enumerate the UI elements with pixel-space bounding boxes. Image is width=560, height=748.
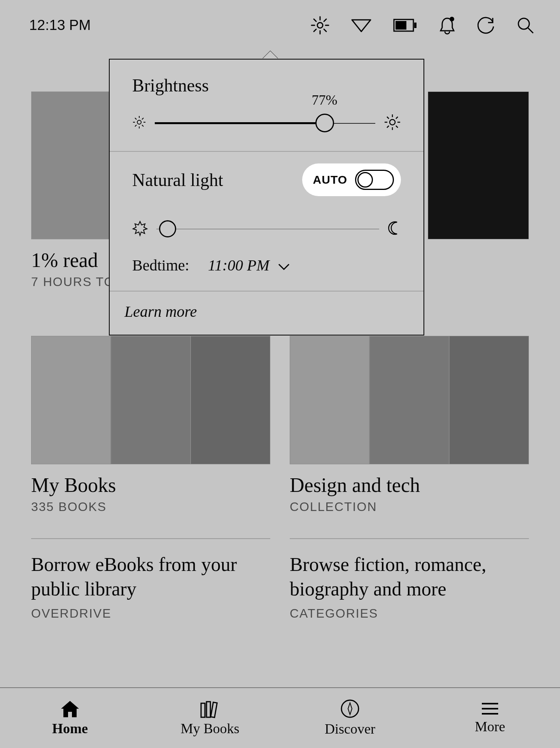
tab-discover[interactable]: Discover <box>280 688 420 748</box>
svg-rect-16 <box>206 702 210 717</box>
svg-line-14 <box>528 28 533 33</box>
wifi-icon[interactable] <box>350 18 372 33</box>
book-cover <box>111 336 191 464</box>
natural-light-slider[interactable] <box>156 217 379 241</box>
svg-rect-10 <box>414 23 416 28</box>
svg-rect-11 <box>396 21 406 30</box>
book-cover <box>449 336 529 464</box>
learn-more-link[interactable]: Learn more <box>110 291 424 335</box>
sun-outline-icon <box>132 220 148 237</box>
svg-line-7 <box>314 29 316 32</box>
brightness-title: Brightness <box>132 75 401 96</box>
section-subtitle: 335 BOOKS <box>31 500 270 514</box>
status-icons <box>311 16 535 35</box>
link-title: Borrow eBooks from your public library <box>31 552 270 601</box>
book-cover <box>31 336 111 464</box>
categories-link[interactable]: Browse fiction, romance, biography and m… <box>290 514 529 621</box>
tab-label: Discover <box>325 721 375 737</box>
switch-knob <box>357 172 373 188</box>
tab-bar: Home My Books Discover More <box>0 687 560 748</box>
natural-light-section: Natural light AUTO <box>110 152 424 291</box>
learn-more-label: Learn more <box>124 303 197 320</box>
brightness-value: 77% <box>312 92 338 108</box>
bedtime-picker[interactable]: 11:00 PM <box>208 256 290 274</box>
search-icon[interactable] <box>516 16 535 35</box>
svg-line-6 <box>324 29 326 32</box>
svg-line-38 <box>387 126 389 128</box>
section-title: Design and tech <box>290 474 529 497</box>
tab-label: More <box>475 718 505 735</box>
section-subtitle: COLLECTION <box>290 500 529 514</box>
home-icon <box>60 699 80 718</box>
sync-icon[interactable] <box>477 16 495 34</box>
books-icon <box>199 699 221 718</box>
link-title: Browse fiction, romance, biography and m… <box>290 552 529 601</box>
svg-marker-40 <box>133 221 147 235</box>
natural-light-title: Natural light <box>132 170 223 190</box>
svg-line-29 <box>135 125 136 126</box>
bedtime-value: 11:00 PM <box>208 256 270 274</box>
battery-icon[interactable] <box>393 19 417 32</box>
auto-label: AUTO <box>313 173 347 186</box>
compass-icon <box>340 699 360 718</box>
sun-low-icon <box>132 115 146 131</box>
svg-point-12 <box>450 17 454 21</box>
brightness-popover: Brightness 77% Natural light <box>109 51 424 335</box>
link-subtitle: OVERDRIVE <box>31 606 270 621</box>
tab-label: My Books <box>180 720 239 737</box>
overdrive-link[interactable]: Borrow eBooks from your public library O… <box>31 514 270 621</box>
moon-icon <box>388 221 401 237</box>
svg-line-27 <box>135 118 136 119</box>
link-subtitle: CATEGORIES <box>290 606 529 621</box>
sun-high-icon <box>384 114 401 132</box>
svg-line-28 <box>142 125 144 126</box>
svg-point-31 <box>390 119 395 125</box>
svg-line-5 <box>314 19 316 21</box>
svg-rect-15 <box>201 703 205 717</box>
divider <box>290 538 529 539</box>
tab-home[interactable]: Home <box>0 688 140 748</box>
tab-my-books[interactable]: My Books <box>140 688 280 748</box>
slider-thumb[interactable] <box>159 220 176 237</box>
book-cover <box>191 336 270 464</box>
svg-line-30 <box>142 118 144 119</box>
svg-line-39 <box>396 117 398 119</box>
book-cover <box>369 336 449 464</box>
svg-rect-17 <box>211 702 217 717</box>
svg-line-8 <box>324 19 326 21</box>
section-title: My Books <box>31 474 270 497</box>
bedtime-label: Bedtime: <box>132 256 189 274</box>
tab-label: Home <box>52 720 88 737</box>
divider <box>31 538 270 539</box>
brightness-slider[interactable]: 77% <box>155 111 375 135</box>
popover-pointer <box>262 51 278 59</box>
svg-line-37 <box>396 126 398 128</box>
brightness-section: Brightness 77% <box>110 60 424 151</box>
status-bar: 12:13 PM <box>0 0 560 51</box>
book-cover[interactable] <box>428 91 529 239</box>
svg-line-36 <box>387 117 389 119</box>
svg-point-13 <box>518 18 529 29</box>
brightness-icon[interactable] <box>311 16 329 35</box>
auto-toggle[interactable]: AUTO <box>302 163 401 196</box>
chevron-down-icon <box>278 256 290 274</box>
book-cover <box>290 336 369 464</box>
menu-icon <box>480 701 500 716</box>
clock: 12:13 PM <box>29 17 91 33</box>
tab-more[interactable]: More <box>420 688 560 748</box>
svg-point-22 <box>137 120 141 124</box>
slider-thumb[interactable] <box>315 114 334 132</box>
svg-point-0 <box>317 23 323 28</box>
toggle-switch[interactable] <box>355 170 394 190</box>
bell-icon[interactable] <box>438 16 456 35</box>
